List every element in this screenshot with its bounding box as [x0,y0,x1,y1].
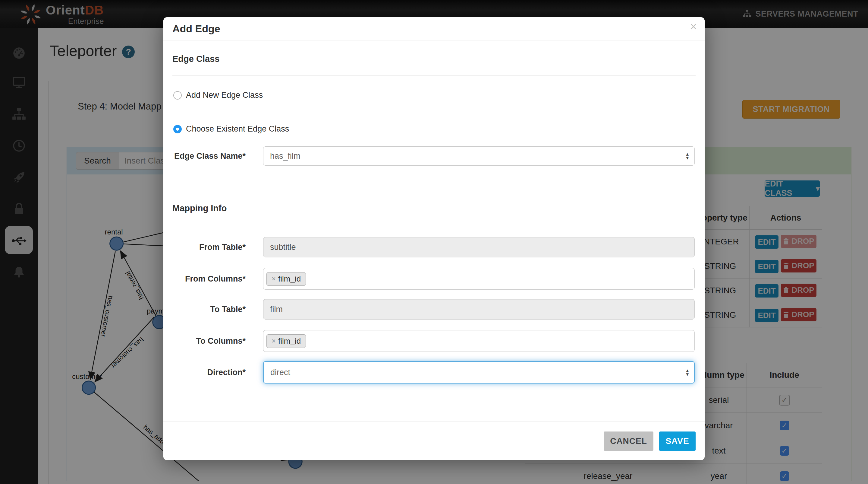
radio-checked-icon[interactable] [173,125,182,133]
cancel-button[interactable]: CANCEL [604,431,653,451]
select-arrows-icon: ▴▾ [686,368,689,376]
footer-divider [163,422,705,422]
to-columns-input[interactable]: × film_id [263,330,695,352]
from-columns-tag: × film_id [267,272,306,286]
mapping-info-section-heading: Mapping Info [173,203,227,213]
section-divider [173,76,695,76]
modal-header: Add Edge × [163,17,705,40]
from-table-input: subtitle [263,237,695,257]
radio-label: Add New Edge Class [186,90,263,100]
close-icon[interactable]: × [690,21,697,32]
to-columns-tag: × film_id [267,334,306,348]
edge-class-name-row: Edge Class Name* has_film ▴▾ [173,146,695,166]
from-columns-row: From Columns* × film_id [173,268,695,290]
radio-unchecked-icon[interactable] [173,91,182,99]
modal-title: Add Edge [173,17,220,40]
to-table-label: To Table* [173,305,246,314]
to-columns-label: To Columns* [173,337,246,346]
edge-class-section-heading: Edge Class [173,54,219,64]
remove-tag-icon[interactable]: × [272,337,276,345]
to-columns-row: To Columns* × film_id [173,330,695,352]
radio-label: Choose Existent Edge Class [186,124,289,134]
section-divider [173,226,695,226]
direction-label: Direction* [173,368,246,377]
save-button[interactable]: SAVE [659,431,695,451]
from-table-row: From Table* subtitle [173,237,695,257]
direction-row: Direction* direct ▴▾ [173,361,695,383]
from-columns-input[interactable]: × film_id [263,268,695,290]
from-table-label: From Table* [173,243,246,252]
to-table-input: film [263,299,695,319]
direction-select[interactable]: direct ▴▾ [263,361,695,383]
from-columns-label: From Columns* [173,274,246,284]
remove-tag-icon[interactable]: × [272,275,276,283]
to-table-row: To Table* film [173,299,695,319]
radio-choose-existent-edge-class[interactable]: Choose Existent Edge Class [173,124,289,134]
app-root: OrientDB Enterprise SERVERS MANAGEMENT [0,0,868,484]
edge-class-name-select[interactable]: has_film ▴▾ [263,146,695,166]
add-edge-modal: Add Edge × Edge Class Add New Edge Class… [163,17,705,460]
edge-class-name-label: Edge Class Name* [173,151,246,161]
radio-add-new-edge-class[interactable]: Add New Edge Class [173,90,263,100]
select-arrows-icon: ▴▾ [686,152,689,160]
